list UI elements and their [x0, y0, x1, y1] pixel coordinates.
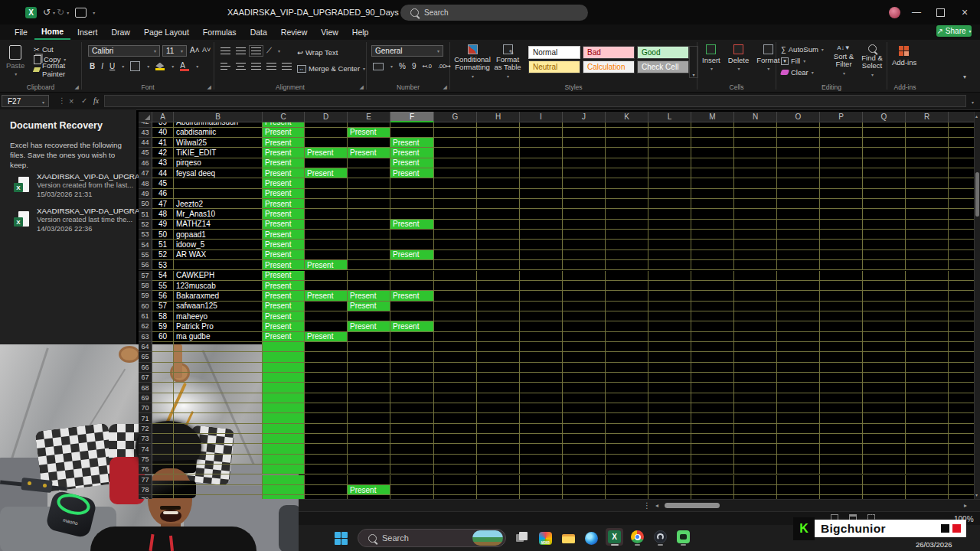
cell-P75[interactable]: [820, 455, 863, 465]
cell-N59[interactable]: [734, 291, 777, 301]
start-button[interactable]: [335, 532, 348, 545]
cell-present-C73[interactable]: [263, 434, 305, 444]
font-family-select[interactable]: Calibri▾: [88, 45, 160, 57]
cell-D71[interactable]: [305, 413, 348, 423]
font-size-select[interactable]: 11▾: [162, 45, 187, 57]
cell-P62[interactable]: [820, 321, 863, 331]
font-color-button[interactable]: A: [180, 61, 189, 71]
cell-J48[interactable]: [563, 178, 606, 188]
cell-H65[interactable]: [477, 352, 520, 362]
cell-J77[interactable]: [563, 475, 606, 485]
cell-I68[interactable]: [520, 383, 563, 393]
cell-M54[interactable]: [691, 240, 734, 249]
cell-E56[interactable]: [348, 260, 390, 270]
cell-A47[interactable]: 44: [152, 168, 174, 178]
cell-B63[interactable]: ma gudbe: [174, 332, 263, 342]
cell-L64[interactable]: [648, 342, 691, 352]
cell-H67[interactable]: [477, 373, 520, 383]
cell-O70[interactable]: [777, 403, 820, 413]
cell-M58[interactable]: [691, 281, 734, 291]
cell-present-F46[interactable]: Present: [390, 158, 434, 168]
cell-O56[interactable]: [777, 260, 820, 270]
cell-H76[interactable]: [477, 465, 520, 474]
cell-G50[interactable]: [434, 199, 477, 209]
cell-Q49[interactable]: [863, 189, 906, 199]
cell-K65[interactable]: [606, 352, 648, 362]
insert-cells-button[interactable]: Insert▾: [702, 44, 720, 71]
cell-D68[interactable]: [305, 383, 348, 393]
cell-Q62[interactable]: [863, 321, 906, 331]
cell-P66[interactable]: [820, 363, 863, 373]
recovered-file-1[interactable]: XXAADIRSKA_VIP-DA_UPGRA...Version create…: [10, 172, 132, 204]
cell-L54[interactable]: [648, 240, 691, 249]
cell-G69[interactable]: [434, 393, 477, 403]
cell-D46[interactable]: [305, 158, 348, 168]
delete-cells-button[interactable]: Delete▾: [728, 44, 749, 71]
cell-J72[interactable]: [563, 424, 606, 434]
cell-present-E62[interactable]: Present: [348, 321, 390, 331]
cell-L53[interactable]: [648, 230, 691, 240]
cell-P47[interactable]: [820, 168, 863, 178]
horizontal-scroll-thumb[interactable]: [665, 503, 720, 508]
cell-P64[interactable]: [820, 342, 863, 352]
cell-F73[interactable]: [390, 434, 434, 444]
cell-Q44[interactable]: [863, 138, 906, 148]
cell-A49[interactable]: 46: [152, 189, 174, 199]
cell-R64[interactable]: [906, 342, 949, 352]
cell-B74[interactable]: [174, 444, 263, 454]
cell-P48[interactable]: [820, 178, 863, 188]
excel-taskbar-button[interactable]: X: [608, 530, 621, 546]
cell-G67[interactable]: [434, 373, 477, 383]
row-header-65[interactable]: 65: [139, 352, 152, 362]
cell-F60[interactable]: [390, 302, 434, 311]
cell-Q67[interactable]: [863, 373, 906, 383]
row-header-72[interactable]: 72: [139, 424, 152, 434]
cell-K56[interactable]: [606, 260, 648, 270]
align-top-icon[interactable]: [220, 47, 230, 54]
cell-R53[interactable]: [906, 230, 949, 240]
sheet-options-icon[interactable]: ⋮: [643, 501, 651, 510]
column-header-M[interactable]: M: [691, 112, 734, 122]
cell-R51[interactable]: [906, 209, 949, 219]
cell-N67[interactable]: [734, 373, 777, 383]
cell-F65[interactable]: [390, 352, 434, 362]
autosum-button[interactable]: ∑ AutoSum▾: [781, 44, 824, 54]
expand-formula-bar-icon[interactable]: ▾: [972, 99, 974, 105]
close-button[interactable]: ×: [959, 6, 970, 18]
increase-decimal-icon[interactable]: ↤.0: [422, 63, 432, 70]
cell-F77[interactable]: [390, 475, 434, 485]
excel-app-icon[interactable]: X: [25, 7, 37, 18]
clipboard-dialog-launcher[interactable]: ◢: [75, 84, 79, 90]
cell-N68[interactable]: [734, 383, 777, 393]
cell-K76[interactable]: [606, 465, 648, 474]
cell-K70[interactable]: [606, 403, 648, 413]
cell-D72[interactable]: [305, 424, 348, 434]
cell-Q66[interactable]: [863, 363, 906, 373]
cell-L69[interactable]: [648, 393, 691, 403]
cell-present-C65[interactable]: [263, 352, 305, 362]
cell-present-C46[interactable]: Present: [263, 158, 305, 168]
minimize-button[interactable]: —: [911, 7, 922, 18]
cell-Q61[interactable]: [863, 311, 906, 321]
cell-N79[interactable]: [734, 495, 777, 499]
accounting-format-icon[interactable]: [373, 63, 384, 70]
row-header-79[interactable]: 79: [139, 495, 152, 499]
sort-filter-button[interactable]: A↓▼ Sort & Filter ▾: [830, 44, 858, 76]
cell-R49[interactable]: [906, 189, 949, 199]
cell-B66[interactable]: [174, 363, 263, 373]
cell-I61[interactable]: [520, 311, 563, 321]
cell-E68[interactable]: [348, 383, 390, 393]
cell-N48[interactable]: [734, 178, 777, 188]
cell-L49[interactable]: [648, 189, 691, 199]
cell-L71[interactable]: [648, 413, 691, 423]
cell-R43[interactable]: [906, 128, 949, 138]
cell-P67[interactable]: [820, 373, 863, 383]
cell-G74[interactable]: [434, 444, 477, 454]
cell-present-C71[interactable]: [263, 413, 305, 423]
cell-A63[interactable]: 60: [152, 332, 174, 342]
row-header-78[interactable]: 78: [139, 485, 152, 495]
cell-I64[interactable]: [520, 342, 563, 352]
cell-E74[interactable]: [348, 444, 390, 454]
cell-I48[interactable]: [520, 178, 563, 188]
cell-B43[interactable]: cabdisamiic: [174, 128, 263, 138]
